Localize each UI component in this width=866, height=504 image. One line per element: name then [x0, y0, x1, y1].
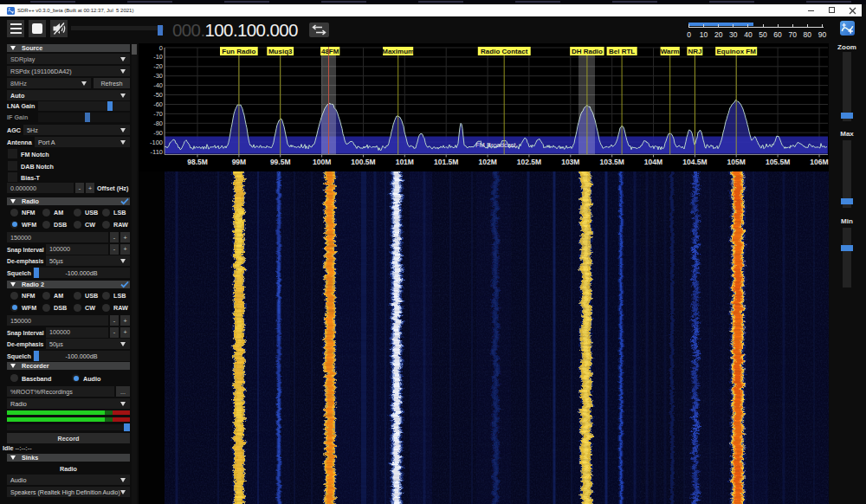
- svg-text:Equinox FM: Equinox FM: [717, 48, 757, 55]
- svg-text:103M: 103M: [561, 158, 579, 166]
- svg-text:-100: -100: [150, 139, 163, 146]
- svg-text:106M: 106M: [810, 158, 828, 166]
- svg-text:100.5M: 100.5M: [351, 158, 375, 166]
- svg-text:Radio Contact: Radio Contact: [481, 48, 528, 55]
- svg-text:Bel RTL: Bel RTL: [609, 48, 635, 55]
- svg-text:101.5M: 101.5M: [434, 158, 458, 166]
- svg-text:101M: 101M: [396, 158, 414, 166]
- svg-text:102.5M: 102.5M: [517, 158, 541, 166]
- svg-text:NRJ: NRJ: [688, 48, 701, 55]
- svg-text:Fun Radio: Fun Radio: [222, 48, 255, 55]
- svg-text:-40: -40: [153, 81, 163, 89]
- svg-text:-10: -10: [153, 53, 163, 61]
- svg-text:105M: 105M: [727, 158, 746, 166]
- svg-text:105.5M: 105.5M: [766, 158, 790, 166]
- svg-text:104.5M: 104.5M: [682, 158, 707, 166]
- svg-text:-110: -110: [151, 148, 163, 156]
- svg-text:Maximum: Maximum: [382, 48, 414, 55]
- svg-text:102M: 102M: [478, 158, 496, 166]
- svg-text:-50: -50: [153, 91, 163, 99]
- svg-text:-60: -60: [153, 100, 163, 108]
- svg-text:-20: -20: [153, 62, 163, 70]
- svg-text:Musiq3: Musiq3: [268, 48, 293, 55]
- svg-text:-90: -90: [153, 129, 163, 137]
- svg-text:0: 0: [159, 44, 163, 52]
- svg-text:DH Radio: DH Radio: [572, 48, 603, 55]
- svg-text:Warm: Warm: [661, 48, 680, 55]
- svg-text:103.5M: 103.5M: [600, 158, 624, 166]
- svg-text:104M: 104M: [644, 158, 662, 166]
- svg-text:99.5M: 99.5M: [270, 158, 291, 166]
- svg-text:98.5M: 98.5M: [187, 158, 208, 166]
- svg-text:-30: -30: [153, 72, 163, 80]
- svg-text:FM Broadcast: FM Broadcast: [475, 141, 517, 149]
- svg-text:-80: -80: [153, 120, 163, 127]
- svg-text:99M: 99M: [232, 158, 247, 166]
- svg-text:100M: 100M: [313, 158, 331, 166]
- svg-text:48FM: 48FM: [321, 48, 339, 55]
- svg-text:-70: -70: [153, 110, 163, 118]
